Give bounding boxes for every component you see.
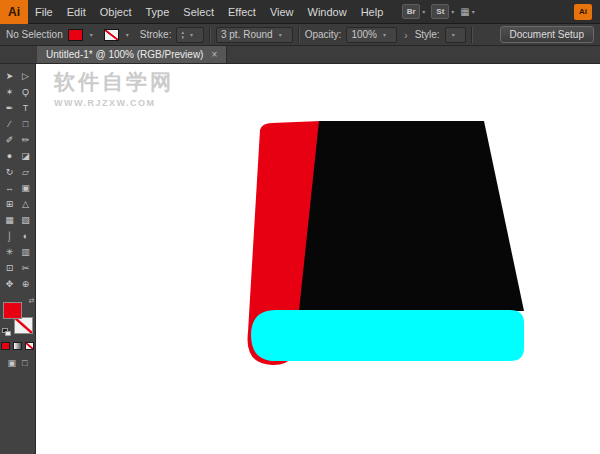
magic-wand-tool-icon[interactable]: ✶ — [2, 84, 18, 100]
opacity-label: Opacity: — [305, 29, 342, 40]
rectangle-tool-icon[interactable]: □ — [18, 116, 34, 132]
stroke-weight-field[interactable]: ▴ ▾ ▾ — [176, 27, 204, 43]
selection-tool-icon[interactable]: ➤ — [2, 68, 18, 84]
fill-color-swatch[interactable] — [68, 29, 83, 41]
opacity-value: 100% — [351, 29, 377, 40]
artboard-canvas[interactable]: 软件自学网 WWW.RJZXW.COM — [36, 64, 600, 454]
menu-effect[interactable]: Effect — [221, 0, 263, 24]
fill-stroke-controls: ⇄ — [3, 300, 33, 334]
stroke-dropdown-icon[interactable]: ▾ — [126, 31, 129, 38]
brush-definition-value: 3 pt. Round — [221, 29, 273, 40]
bridge-dropdown-icon[interactable]: ▾ — [422, 8, 425, 15]
menu-object[interactable]: Object — [93, 0, 139, 24]
document-tab[interactable]: Untitled-1* @ 100% (RGB/Preview) × — [37, 46, 227, 63]
tab-close-icon[interactable]: × — [211, 50, 217, 60]
menu-window[interactable]: Window — [301, 0, 354, 24]
style-select[interactable]: ▾ — [445, 27, 466, 43]
lasso-tool-icon[interactable]: Ϙ — [18, 84, 34, 100]
stroke-swatch[interactable] — [14, 317, 33, 334]
control-bar: No Selection ▾ ▾ Stroke: ▴ ▾ ▾ 3 pt. Rou… — [0, 24, 600, 46]
stroke-label: Stroke: — [140, 29, 172, 40]
appbar-group: Br ▾ St ▾ ▦ ▾ — [402, 4, 481, 19]
stepper-down-icon[interactable]: ▾ — [181, 35, 184, 40]
app-logo-icon: Ai — [0, 0, 28, 24]
menu-type[interactable]: Type — [139, 0, 177, 24]
screen-mode-button[interactable]: □ — [22, 358, 27, 368]
pencil-tool-icon[interactable]: ✏ — [18, 132, 34, 148]
toolbar-bottom-row: ▣ □ — [8, 358, 28, 368]
free-transform-tool-icon[interactable]: ▣ — [18, 180, 34, 196]
hand-tool-icon[interactable]: ✥ — [2, 276, 18, 292]
stroke-weight-stepper[interactable]: ▴ ▾ — [181, 30, 184, 40]
gradient-button[interactable] — [13, 342, 22, 350]
stock-dropdown-icon[interactable]: ▾ — [451, 8, 454, 15]
opacity-select[interactable]: 100% ▾ — [346, 27, 397, 43]
pen-tool-icon[interactable]: ✒ — [2, 100, 18, 116]
selection-status: No Selection — [6, 29, 63, 40]
fill-dropdown-icon[interactable]: ▾ — [90, 31, 93, 38]
book-illustration — [36, 64, 600, 454]
color-mode-row — [1, 342, 34, 350]
line-tool-icon[interactable]: ∕ — [2, 116, 18, 132]
document-tab-title: Untitled-1* @ 100% (RGB/Preview) — [46, 49, 203, 60]
watermark: 软件自学网 WWW.RJZXW.COM — [54, 68, 174, 108]
menu-edit[interactable]: Edit — [60, 0, 93, 24]
menu-view[interactable]: View — [263, 0, 301, 24]
mesh-tool-icon[interactable]: ▦ — [2, 212, 18, 228]
rotate-tool-icon[interactable]: ↻ — [2, 164, 18, 180]
perspective-grid-tool-icon[interactable]: △ — [18, 196, 34, 212]
zoom-tool-icon[interactable]: ⊕ — [18, 276, 34, 292]
width-tool-icon[interactable]: ↔ — [2, 180, 18, 196]
arrange-documents-icon[interactable]: ▦ — [460, 6, 469, 17]
separator — [298, 27, 300, 43]
more-options-icon[interactable]: › — [402, 29, 410, 41]
tools-panel: ➤▷✶Ϙ✒T∕□✐✏●◪↻▱↔▣⊞△▦▧⌡◐✳▥⊡✂✥⊕ ⇄ ▣ □ — [0, 64, 36, 454]
tool-grid: ➤▷✶Ϙ✒T∕□✐✏●◪↻▱↔▣⊞△▦▧⌡◐✳▥⊡✂✥⊕ — [2, 68, 34, 292]
watermark-title: 软件自学网 — [54, 68, 174, 96]
eraser-tool-icon[interactable]: ◪ — [18, 148, 34, 164]
arrange-documents-dropdown-icon[interactable]: ▾ — [472, 8, 475, 15]
fill-swatch[interactable] — [3, 302, 22, 319]
slice-tool-icon[interactable]: ✂ — [18, 260, 34, 276]
menu-list: FileEditObjectTypeSelectEffectViewWindow… — [28, 0, 390, 24]
bridge-button[interactable]: Br — [402, 4, 420, 19]
document-setup-button[interactable]: Document Setup — [500, 26, 595, 43]
illustrator-window: Ai FileEditObjectTypeSelectEffectViewWin… — [0, 0, 600, 454]
brush-dropdown-icon[interactable]: ▾ — [279, 31, 282, 38]
book-pages-shape[interactable] — [251, 310, 524, 361]
stroke-color-swatch[interactable] — [104, 29, 119, 41]
drawing-mode-button[interactable]: ▣ — [8, 358, 17, 368]
default-stroke-chip — [5, 331, 11, 336]
main-area: ➤▷✶Ϙ✒T∕□✐✏●◪↻▱↔▣⊞△▦▧⌡◐✳▥⊡✂✥⊕ ⇄ ▣ □ — [0, 64, 600, 454]
type-tool-icon[interactable]: T — [18, 100, 34, 116]
blob-brush-tool-icon[interactable]: ● — [2, 148, 18, 164]
document-tab-bar: Untitled-1* @ 100% (RGB/Preview) × — [0, 46, 600, 64]
color-button[interactable] — [1, 342, 10, 350]
book-cover-shape[interactable] — [299, 121, 524, 311]
default-fill-stroke-icon[interactable] — [2, 328, 11, 336]
column-graph-tool-icon[interactable]: ▥ — [18, 244, 34, 260]
menu-select[interactable]: Select — [176, 0, 221, 24]
workspace-app-icon[interactable]: Ai — [574, 4, 592, 20]
brush-definition-select[interactable]: 3 pt. Round ▾ — [216, 27, 293, 43]
separator — [209, 27, 211, 43]
direct-selection-tool-icon[interactable]: ▷ — [18, 68, 34, 84]
gradient-tool-icon[interactable]: ▧ — [18, 212, 34, 228]
none-button[interactable] — [25, 342, 34, 350]
stock-button[interactable]: St — [431, 4, 449, 19]
blend-tool-icon[interactable]: ◐ — [18, 228, 34, 244]
shape-builder-tool-icon[interactable]: ⊞ — [2, 196, 18, 212]
eyedropper-tool-icon[interactable]: ⌡ — [2, 228, 18, 244]
separator — [471, 27, 473, 43]
menu-file[interactable]: File — [28, 0, 60, 24]
opacity-dropdown-icon[interactable]: ▾ — [383, 31, 386, 38]
swap-fill-stroke-icon[interactable]: ⇄ — [29, 297, 35, 305]
menu-help[interactable]: Help — [354, 0, 391, 24]
artboard-tool-icon[interactable]: ⊡ — [2, 260, 18, 276]
paintbrush-tool-icon[interactable]: ✐ — [2, 132, 18, 148]
symbol-sprayer-tool-icon[interactable]: ✳ — [2, 244, 18, 260]
scale-tool-icon[interactable]: ▱ — [18, 164, 34, 180]
stroke-weight-dropdown-icon[interactable]: ▾ — [190, 31, 193, 38]
style-dropdown-icon[interactable]: ▾ — [452, 31, 455, 38]
menu-bar: Ai FileEditObjectTypeSelectEffectViewWin… — [0, 0, 600, 24]
